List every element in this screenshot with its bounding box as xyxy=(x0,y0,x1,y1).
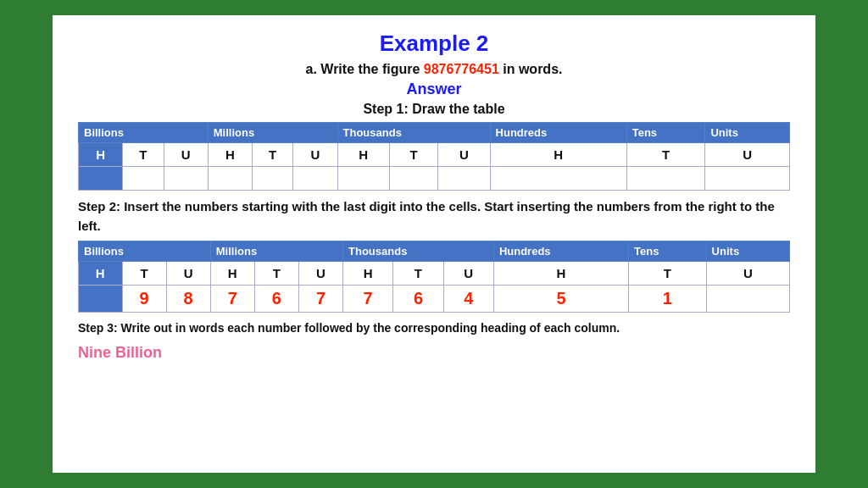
question-line: a. Write the figure 9876776451 in words. xyxy=(78,62,790,77)
num-7a: 7 xyxy=(210,286,254,313)
num-9: 9 xyxy=(122,286,166,313)
empty-cell-4 xyxy=(252,167,292,191)
table1: Billions Millions Thousands Hundreds Ten… xyxy=(78,122,790,191)
question-prefix: a. Write the figure xyxy=(306,62,424,76)
empty-cell-3 xyxy=(208,167,252,191)
question-suffix: in words. xyxy=(499,62,563,76)
num-last-empty xyxy=(706,286,789,313)
th-billions-1: Billions xyxy=(79,123,209,143)
num-6b: 6 xyxy=(393,286,443,313)
num-7b: 7 xyxy=(298,286,342,313)
th-tens-2: Tens xyxy=(629,241,707,262)
step2-label: Step 2: Insert the numbers starting with… xyxy=(78,197,790,236)
th-hundreds-2: Hundreds xyxy=(493,241,628,262)
cell2-h2: H xyxy=(210,262,254,286)
empty-cell-5 xyxy=(293,167,337,191)
page-title: Example 2 xyxy=(78,30,790,57)
cell2-t3: T xyxy=(393,262,443,286)
th-tens-1: Tens xyxy=(626,123,705,143)
cell2-t2: T xyxy=(254,262,298,286)
empty-cell-11 xyxy=(705,167,790,191)
cell-t2: T xyxy=(252,143,292,167)
empty-cell-8 xyxy=(438,167,491,191)
cell2-u4: U xyxy=(706,262,789,286)
table2: Billions Millions Thousands Hundreds Ten… xyxy=(78,241,790,313)
th-billions-2: Billions xyxy=(79,241,211,262)
cell2-t4: T xyxy=(629,262,707,286)
num-empty xyxy=(79,286,123,313)
cell-t3: T xyxy=(389,143,437,167)
htu-row-1: H T U H T U H T U H T U xyxy=(79,143,790,167)
cell2-h4: H xyxy=(493,262,628,286)
htu-row-2: H T U H T U H T U H T U xyxy=(79,262,790,286)
th-hundreds-1: Hundreds xyxy=(490,123,626,143)
answer-label: Answer xyxy=(78,80,790,98)
empty-row-1 xyxy=(79,167,790,191)
num-5: 5 xyxy=(493,286,628,313)
cell-h3: H xyxy=(337,143,389,167)
empty-cell-2 xyxy=(164,167,208,191)
empty-blue-cell xyxy=(79,167,123,191)
cell-u4: U xyxy=(705,143,790,167)
cell2-u2: U xyxy=(298,262,342,286)
empty-cell-7 xyxy=(389,167,437,191)
num-7c: 7 xyxy=(343,286,393,313)
th-millions-1: Millions xyxy=(208,123,337,143)
main-card: Example 2 a. Write the figure 9876776451… xyxy=(53,15,815,473)
cell-u1: U xyxy=(164,143,208,167)
th-millions-2: Millions xyxy=(210,241,342,262)
numbers-row: 9 8 7 6 7 7 6 4 5 1 xyxy=(79,286,790,313)
empty-cell-9 xyxy=(490,167,626,191)
step1-label: Step 1: Draw the table xyxy=(78,102,790,117)
empty-cell-6 xyxy=(337,167,389,191)
th-thousands-2: Thousands xyxy=(343,241,494,262)
cell-h1: H xyxy=(79,143,123,167)
question-number: 9876776451 xyxy=(424,62,499,76)
cell2-u1: U xyxy=(166,262,210,286)
cell-u3: U xyxy=(438,143,491,167)
cell2-t1: T xyxy=(122,262,166,286)
cell2-h3: H xyxy=(343,262,393,286)
th-thousands-1: Thousands xyxy=(337,123,490,143)
num-6: 6 xyxy=(254,286,298,313)
cell-h4: H xyxy=(490,143,626,167)
cell-t1: T xyxy=(123,143,164,167)
cell2-u3: U xyxy=(443,262,493,286)
empty-cell-10 xyxy=(626,167,705,191)
cell-u2: U xyxy=(293,143,337,167)
num-8: 8 xyxy=(166,286,210,313)
empty-cell-1 xyxy=(123,167,164,191)
num-1: 1 xyxy=(629,286,707,313)
cell2-h1: H xyxy=(79,262,123,286)
cell-t4: T xyxy=(626,143,705,167)
nine-billion: Nine Billion xyxy=(78,344,790,362)
step3-label: Step 3: Write out in words each number f… xyxy=(78,319,790,337)
cell-h2: H xyxy=(208,143,252,167)
th-units-2: Units xyxy=(706,241,789,262)
th-units-1: Units xyxy=(705,123,790,143)
num-4: 4 xyxy=(443,286,493,313)
